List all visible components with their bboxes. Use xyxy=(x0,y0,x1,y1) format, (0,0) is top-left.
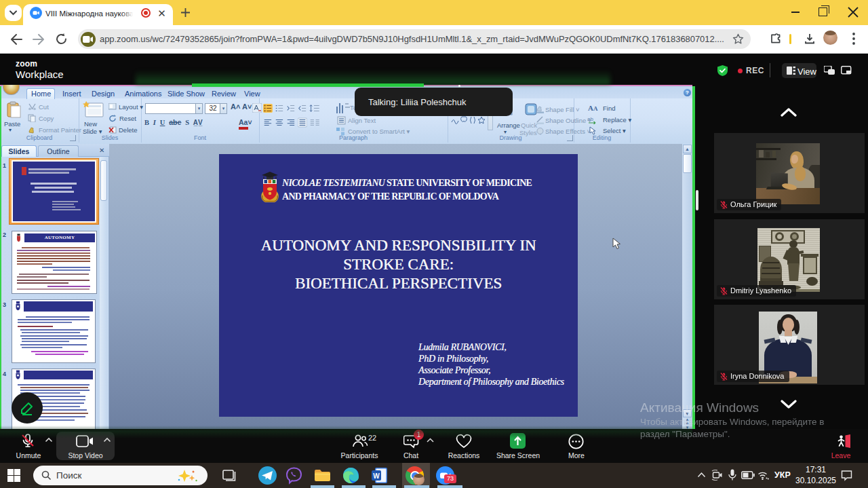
svg-text:W: W xyxy=(373,472,380,480)
svg-text:ab: ab xyxy=(587,116,593,122)
